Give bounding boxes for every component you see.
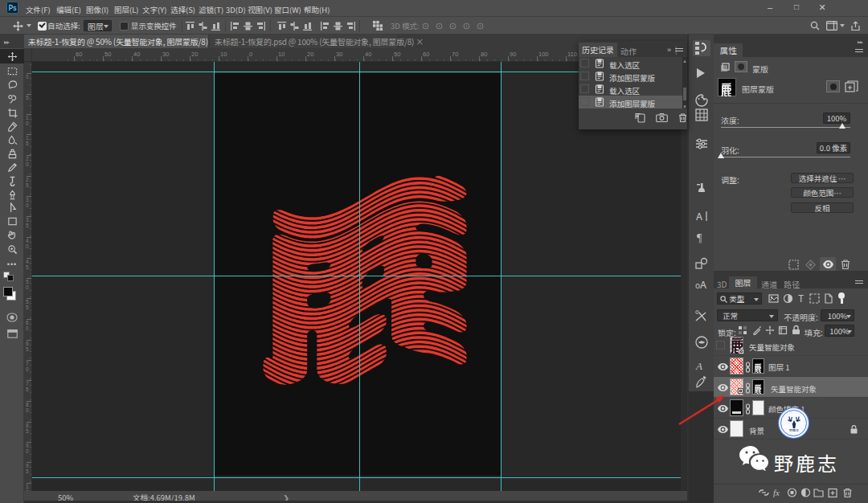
svg-text:A: A [700,278,706,292]
svg-text:野鹿志: 野鹿志 [789,427,799,432]
svg-text:T: T [798,293,804,304]
svg-text:A: A [696,210,702,223]
svg-text:fx: fx [773,488,780,497]
svg-text:A: A [695,360,702,372]
svg-text:¶: ¶ [697,231,702,245]
